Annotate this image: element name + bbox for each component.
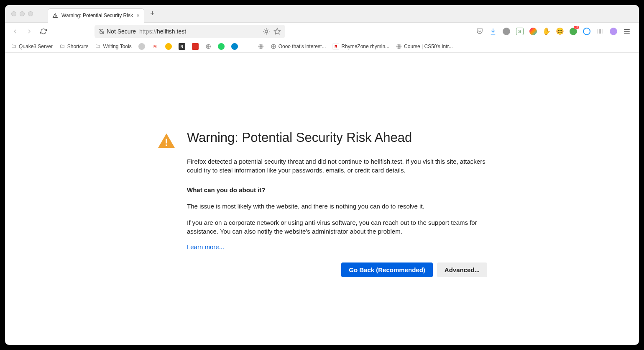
svg-rect-15 [166,139,167,144]
bookmark-item-10[interactable] [231,43,238,50]
svg-point-2 [265,30,268,33]
extension-6-icon[interactable]: off [570,28,577,35]
advanced-button[interactable]: Advanced... [437,262,487,277]
security-warning: Warning: Potential Security Risk Ahead F… [157,130,487,277]
bookmark-item-14[interactable]: RRhymeZone rhymin... [332,43,389,50]
warning-para-1: Firefox detected a potential security th… [187,157,487,175]
warning-text-block: Warning: Potential Security Risk Ahead F… [187,130,487,277]
bookmark-item-13[interactable]: Oooo that's interest... [271,44,326,49]
pocket-icon[interactable] [476,28,483,35]
new-tab-button[interactable]: + [150,9,155,18]
forward-button[interactable] [24,26,34,36]
bookmark-item-4[interactable]: M [152,43,158,50]
bookmark-item-7[interactable] [192,43,199,50]
svg-rect-16 [166,144,167,146]
warning-triangle-icon [157,132,176,152]
url-text: https://hellfish.test [139,28,186,35]
back-button[interactable] [10,26,20,36]
lock-slash-icon [99,28,105,34]
download-icon[interactable] [489,28,497,35]
bookmark-item-3[interactable] [138,43,145,50]
warning-sub-heading: What can you do about it? [187,185,487,194]
star-icon[interactable] [273,28,281,35]
bookmark-item-9[interactable] [218,43,225,50]
close-window-button[interactable] [11,11,16,16]
button-row: Go Back (Recommended) Advanced... [187,262,487,277]
bookmark-item-6[interactable]: N [179,43,185,50]
go-back-button[interactable]: Go Back (Recommended) [341,262,433,277]
bookmark-item-5[interactable] [165,43,172,50]
extension-8-icon[interactable] [596,28,604,35]
browser-tab[interactable]: Warning: Potential Security Risk × [48,8,144,23]
account-icon[interactable] [610,28,617,35]
page-content: Warning: Potential Security Risk Ahead F… [5,53,639,277]
bookmarks-bar: Quake3 ServerShortcutsWriting ToolsMNOoo… [5,40,639,53]
extension-1-icon[interactable] [503,28,510,35]
warning-title: Warning: Potential Security Risk Ahead [187,130,487,145]
minimize-window-button[interactable] [20,11,25,16]
window-controls [5,11,33,16]
browser-window: Warning: Potential Security Risk × + Not… [5,5,639,345]
extension-icons: S ✋ 😊 off [476,28,634,35]
url-bar[interactable]: Not Secure https://hellfish.test [95,25,285,38]
bookmark-item-0[interactable]: Quake3 Server [11,44,53,49]
svg-marker-3 [274,28,281,34]
warning-para-3: If you are on a corporate network or usi… [187,218,487,236]
bookmark-item-12[interactable] [258,44,264,49]
bookmark-item-1[interactable]: Shortcuts [59,44,89,49]
bookmark-item-11[interactable] [245,43,251,50]
extension-5-icon[interactable]: 😊 [556,28,564,35]
warning-para-2: The issue is most likely with the websit… [187,202,487,211]
extension-4-icon[interactable]: ✋ [543,28,550,35]
extension-2-icon[interactable]: S [516,28,524,35]
tab-close-icon[interactable]: × [136,12,140,19]
titlebar: Warning: Potential Security Risk × + [5,5,639,23]
maximize-window-button[interactable] [28,11,33,16]
menu-icon[interactable] [623,28,631,35]
extension-7-icon[interactable] [583,28,590,35]
not-secure-label: Not Secure [107,28,136,35]
bookmark-item-15[interactable]: Course | CS50's Intr... [396,44,453,49]
toolbar: Not Secure https://hellfish.test S ✋ 😊 o… [5,23,639,40]
bookmark-item-2[interactable]: Writing Tools [95,44,131,49]
reload-button[interactable] [38,26,49,36]
bug-icon[interactable] [263,28,270,35]
bookmark-item-8[interactable] [205,44,211,49]
extension-3-icon[interactable] [529,28,537,35]
security-indicator[interactable]: Not Secure [99,28,136,35]
learn-more-link[interactable]: Learn more... [187,243,224,250]
tab-title: Warning: Potential Security Risk [61,13,133,18]
warning-triangle-icon [52,13,58,18]
